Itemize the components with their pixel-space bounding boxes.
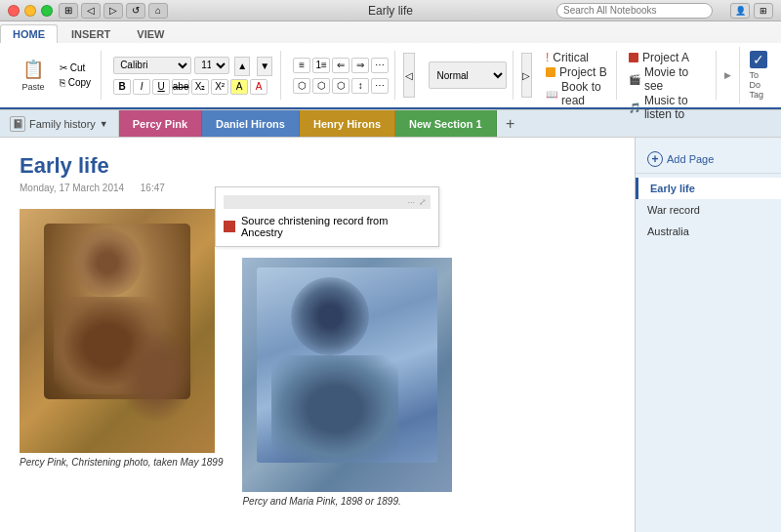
music-icon: 🎵 [629,102,640,113]
tab-percy-pink[interactable]: Percy Pink [119,110,202,137]
nav-next-button[interactable]: ▷ [103,3,123,19]
search-input[interactable] [556,3,713,19]
font-selector[interactable]: Calibri [113,57,191,74]
font-expand-button[interactable]: ▲ [234,57,250,76]
copy-button[interactable]: ⎘ Copy [56,76,95,89]
minimize-button[interactable] [24,5,36,17]
critical-icon: ! [546,51,549,64]
time-text: 16:47 [141,183,165,193]
date-text: Monday, 17 March 2014 [20,183,124,193]
numbered-list-button[interactable]: 1≡ [312,58,330,73]
note-ellipsis: ··· [407,197,415,207]
tab-henry-hirons[interactable]: Henry Hirons [300,110,395,137]
font-color-button[interactable]: A [250,79,267,95]
project-a-icon [629,53,638,62]
strikethrough-button[interactable]: abe [172,79,189,95]
add-page-icon: + [647,151,663,167]
align-left-button[interactable]: ⬡ [293,78,310,94]
page-title: Early life [20,153,615,179]
note-item: Source christening record from Ancestry [224,215,431,238]
subscript-button[interactable]: X₂ [191,79,209,95]
add-page-label: Add Page [667,153,714,165]
project-b-label: Project B [559,65,607,79]
paste-group: 📋 Paste ✂ Cut ⎘ Copy [8,51,102,100]
font-collapse-button[interactable]: ▼ [257,57,272,76]
indent-button[interactable]: ⇒ [351,58,369,73]
tab-daniel-hirons[interactable]: Daniel Hirons [202,110,300,137]
note-resize-icon[interactable]: ⤢ [419,197,427,207]
list-group: ≡ 1≡ ⇐ ⇒ ⋯ ⬡ ⬡ ⬡ ↕ ⋯ [287,51,395,100]
nav-controls: ⊞ ◁ ▷ ↺ ⌂ [59,3,168,19]
more-format-button[interactable]: ⋯ [371,78,389,94]
photo1-image [20,209,215,453]
more-list-button[interactable]: ⋯ [371,58,389,73]
clipboard-group: ✂ Cut ⎘ Copy [56,61,95,89]
page-item-australia[interactable]: Australia [636,221,781,242]
nav-home-button[interactable]: ⌂ [148,3,168,19]
paste-icon: 📋 [22,59,44,80]
book-label: Book to read [561,80,610,107]
photos-row: Percy Pink, Christening photo, taken May… [20,209,615,507]
nav-back-button[interactable]: ⊞ [59,3,78,19]
italic-button[interactable]: I [133,79,150,95]
add-page-button[interactable]: + Add Page [636,145,781,174]
notebook-icon: 📓 [10,116,25,132]
bullets-button[interactable]: ≡ [293,58,310,73]
outdent-button[interactable]: ⇐ [332,58,349,73]
tag-project-a[interactable]: Project A [629,51,689,64]
highlight-button[interactable]: A [230,79,248,95]
cut-button[interactable]: ✂ Cut [56,61,95,74]
ribbon-collapse-button[interactable]: ◁ [403,53,414,98]
user-controls: 👤 ⊞ [730,3,773,19]
main-layout: Early life Monday, 17 March 2014 16:47 ·… [0,138,781,532]
paste-button[interactable]: 📋 Paste [14,53,53,98]
maximize-button[interactable] [41,5,53,17]
add-section-button[interactable]: + [499,112,522,136]
align-right-button[interactable]: ⬡ [332,78,349,94]
format-buttons: B I U abe X₂ X² A A [113,79,274,95]
ribbon-collapse-button-2[interactable]: ▷ [521,53,532,98]
photo1-container: Percy Pink, Christening photo, taken May… [20,209,223,468]
todo-checkbox[interactable]: ✓ [750,51,767,68]
tag-music[interactable]: 🎵 Music to listen to [629,94,710,121]
tab-insert[interactable]: INSERT [59,24,123,43]
window-controls [8,5,53,17]
line-spacing-button[interactable]: ↕ [351,78,369,94]
note-text[interactable]: Source christening record from Ancestry [241,215,431,238]
page-item-early-life[interactable]: Early life [636,178,781,199]
critical-label: Critical [553,51,589,64]
nav-forward-button[interactable]: ◁ [81,3,101,19]
bold-button[interactable]: B [113,79,131,95]
note-dot-icon [224,221,235,232]
font-group: Calibri 11 ▲ ▼ B I U abe X₂ X² A A [107,51,281,100]
tag-critical[interactable]: ! Critical [546,51,589,64]
tags-expand-button[interactable]: ▶ [722,68,733,82]
font-controls: Calibri 11 ▲ ▼ B I U abe X₂ X² A A [113,57,274,95]
note-box-header: ··· ⤢ [224,195,431,209]
tag-movie[interactable]: 🎬 Movie to see [629,65,710,93]
photo1-caption: Percy Pink, Christening photo, taken May… [20,457,223,468]
tab-view[interactable]: VIEW [124,24,177,43]
underline-button[interactable]: U [152,79,170,95]
nav-refresh-button[interactable]: ↺ [126,3,145,19]
right-sidebar: + Add Page Early life War record Austral… [635,138,781,532]
window-title: Early life [368,4,413,18]
tab-home[interactable]: HOME [0,24,58,43]
todo-tag-group: ✓ To DoTag [739,47,773,103]
style-group: Normal [423,51,514,100]
close-button[interactable] [8,5,20,17]
project-b-icon [546,67,555,77]
superscript-button[interactable]: X² [211,79,228,95]
tab-new-section[interactable]: New Section 1 [395,110,497,137]
align-center-button[interactable]: ⬡ [312,78,330,94]
tag-book[interactable]: 📖 Book to read [546,80,610,107]
user-icon[interactable]: 👤 [730,3,750,19]
notebook-indicator[interactable]: 📓 Family history ▼ [0,110,119,137]
size-selector[interactable]: 11 [194,57,229,74]
search-area [556,3,713,19]
movie-icon: 🎬 [629,74,640,85]
share-icon[interactable]: ⊞ [754,3,773,19]
tag-project-b[interactable]: Project B [546,65,607,79]
style-selector[interactable]: Normal [429,61,507,89]
page-item-war-record[interactable]: War record [636,199,781,221]
